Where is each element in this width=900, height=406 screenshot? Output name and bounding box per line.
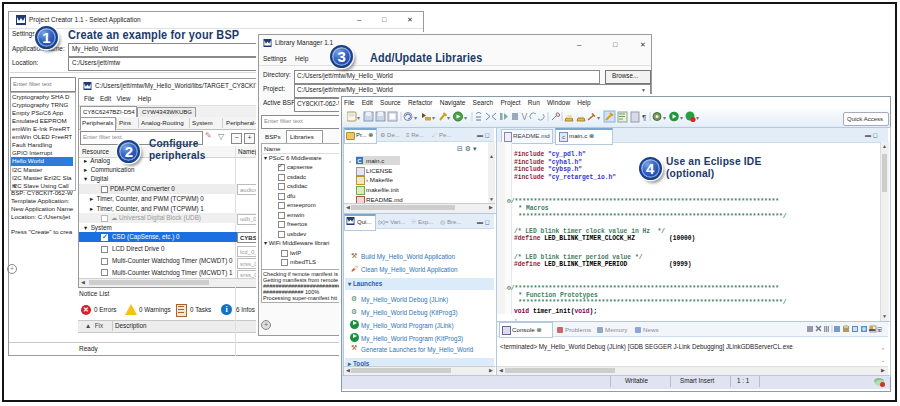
svg-text:▾: ▾	[597, 115, 600, 121]
svg-text:▾: ▾	[357, 115, 360, 121]
svg-text:▾: ▾	[447, 115, 450, 121]
svg-text:▾: ▾	[432, 115, 435, 121]
svg-text:▾: ▾	[663, 115, 666, 121]
svg-text:▾: ▾	[680, 115, 683, 121]
svg-text:▾: ▾	[464, 115, 467, 121]
svg-text:▾: ▾	[414, 115, 417, 121]
svg-text:¶: ¶	[642, 113, 646, 122]
svg-text:▾: ▾	[696, 115, 699, 121]
